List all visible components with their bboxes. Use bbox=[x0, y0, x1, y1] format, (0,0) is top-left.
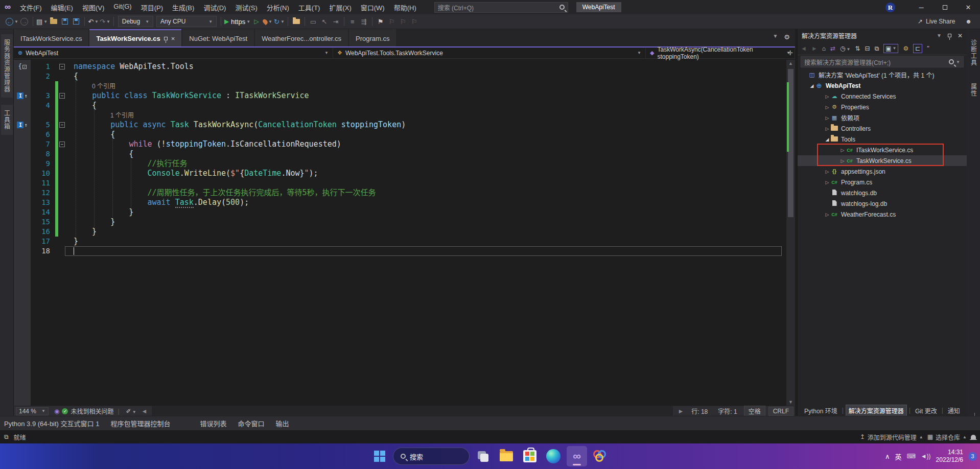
home-icon[interactable]: ⌂ bbox=[822, 45, 826, 52]
save-button[interactable] bbox=[60, 16, 70, 27]
scroll-down-icon[interactable]: ▼ bbox=[786, 400, 795, 405]
code-row[interactable]: 4 { bbox=[14, 101, 795, 110]
tree-item[interactable]: watchlogs-log.db bbox=[798, 198, 967, 209]
codelens-row[interactable]: 1 个引用 bbox=[14, 110, 795, 120]
menu-item[interactable]: 窗口(W) bbox=[356, 1, 389, 14]
horizontal-scrollbar[interactable] bbox=[152, 406, 673, 416]
tab-options-gear-icon[interactable]: ⚙ bbox=[784, 33, 790, 41]
tree-expander-icon[interactable]: ▷ bbox=[824, 212, 830, 217]
tree-item[interactable]: ▷C#TaskWorkService.cs bbox=[798, 155, 967, 166]
scroll-right-icon[interactable]: ► bbox=[678, 408, 684, 415]
show-all-files-toggle[interactable]: ▣▼ bbox=[883, 44, 898, 53]
keyboard-icon[interactable]: ⌨ bbox=[906, 453, 915, 460]
tree-item[interactable]: ▷C#ITaskWorkService.cs bbox=[798, 145, 967, 155]
tree-item[interactable]: ▷⚙Properties bbox=[798, 102, 967, 112]
tree-item[interactable]: watchlogs.db bbox=[798, 187, 967, 198]
tree-expander-icon[interactable]: ▷ bbox=[824, 169, 830, 174]
code-row[interactable]: 14 } bbox=[14, 207, 795, 217]
restart-button[interactable]: ↻▼ bbox=[274, 16, 285, 27]
task-view-button[interactable] bbox=[473, 446, 493, 466]
uncomment-button[interactable]: ⇶ bbox=[359, 16, 369, 27]
resharper-icon[interactable]: R bbox=[885, 3, 895, 12]
quick-search-input[interactable]: 搜索 (Ctrl+Q) bbox=[434, 2, 568, 13]
save-all-button[interactable] bbox=[71, 16, 81, 27]
editor-vertical-scrollbar[interactable]: ▲ ▼ bbox=[786, 60, 795, 406]
menu-item[interactable]: 视图(V) bbox=[78, 1, 109, 14]
taskbar-clock[interactable]: 14:31 2022/12/6 bbox=[936, 449, 963, 464]
navigate-cursor-button[interactable]: ↖ bbox=[319, 16, 330, 27]
menu-item[interactable]: 工具(T) bbox=[294, 1, 325, 14]
sync-with-active-document-icon[interactable]: ⇅ bbox=[855, 45, 860, 52]
tree-item[interactable]: ▷☁Connected Services bbox=[798, 91, 967, 102]
code-health-icon[interactable]: ◉ bbox=[54, 408, 59, 415]
side-tool-tab[interactable]: 服务器资源管理器 bbox=[1, 34, 13, 98]
hidden-icons-chevron[interactable]: ∧ bbox=[885, 453, 890, 460]
tree-item[interactable]: ▷▦依赖项 bbox=[798, 112, 967, 123]
tree-expander-icon[interactable]: ▷ bbox=[824, 105, 830, 110]
menu-item[interactable]: 生成(B) bbox=[168, 1, 199, 14]
fold-collapse-icon[interactable]: − bbox=[59, 142, 65, 147]
code-row[interactable]: 16 } bbox=[14, 227, 795, 237]
editor-tab[interactable]: TaskWorkService.cs× bbox=[89, 29, 181, 46]
scroll-up-icon[interactable]: ▲ bbox=[786, 61, 795, 66]
panel-close-icon[interactable]: ✕ bbox=[958, 32, 963, 39]
fold-collapse-icon[interactable]: − bbox=[59, 122, 65, 128]
editor-tab[interactable]: Program.cs bbox=[349, 29, 396, 46]
tree-expander-icon[interactable]: ◢ bbox=[809, 83, 815, 88]
tree-expander-icon[interactable]: ▷ bbox=[839, 148, 846, 153]
tab-overflow-dropdown[interactable]: ▼ bbox=[773, 33, 778, 41]
save-listing-button[interactable]: ▭ bbox=[308, 16, 318, 27]
panel-bottom-tab[interactable]: Git 更改 bbox=[913, 405, 940, 416]
menu-item[interactable]: 分析(N) bbox=[262, 1, 294, 14]
column-indicator[interactable]: 字符: 1 bbox=[718, 407, 737, 415]
codelens-references[interactable]: 0 个引用 bbox=[92, 83, 115, 90]
type-dropdown[interactable]: ❖ WebApiTest.Tools.TaskWorkService▼ bbox=[333, 48, 646, 58]
pending-changes-filter-icon[interactable]: ◷▼ bbox=[840, 45, 850, 52]
navigate-forward-button[interactable]: → bbox=[19, 16, 30, 27]
editor-tab[interactable]: ITaskWorkService.cs bbox=[14, 29, 88, 46]
panel-menu-dropdown[interactable]: ▼ bbox=[937, 33, 942, 38]
editor-tab[interactable]: WeatherForec...ontroller.cs bbox=[255, 29, 348, 46]
tree-expander-icon[interactable]: ◢ bbox=[824, 137, 830, 142]
pin-icon[interactable] bbox=[948, 34, 951, 37]
tree-item[interactable]: ◢Tools bbox=[798, 134, 967, 145]
notifications-bell-icon[interactable] bbox=[971, 435, 976, 439]
notification-count-badge[interactable]: 3 bbox=[968, 452, 977, 461]
tree-expander-icon[interactable]: ▷ bbox=[839, 158, 846, 163]
solution-explorer-header[interactable]: 解决方案资源管理器 ▼ ✕ bbox=[798, 29, 967, 42]
code-row[interactable]: 8 { bbox=[14, 149, 795, 159]
line-comment-button[interactable]: ≡ bbox=[347, 16, 358, 27]
tool-window-tab[interactable]: 程序包管理器控制台 bbox=[110, 418, 170, 428]
redo-button[interactable]: ↷▼ bbox=[100, 16, 110, 27]
menu-item[interactable]: 帮助(H) bbox=[389, 1, 421, 14]
file-explorer-button[interactable] bbox=[496, 446, 517, 466]
se-forward-icon[interactable]: ► bbox=[811, 45, 818, 52]
scroll-left-icon[interactable]: ◄ bbox=[142, 408, 148, 415]
indent-button[interactable]: ⇥ bbox=[331, 16, 341, 27]
solution-configuration-dropdown[interactable]: Debug▼ bbox=[118, 16, 153, 27]
code-row[interactable]: 6 { bbox=[14, 130, 795, 139]
tree-item[interactable]: ▷Controllers bbox=[798, 123, 967, 134]
tree-item[interactable]: ▷{}appsettings.json bbox=[798, 166, 967, 177]
maximize-button[interactable] bbox=[933, 0, 956, 14]
code-row[interactable]: 17} bbox=[14, 237, 795, 246]
taskbar-search[interactable]: 搜索 bbox=[393, 448, 470, 465]
member-dropdown[interactable]: ◆ TaskWorkAsync(CancellationToken stoppi… bbox=[646, 48, 795, 58]
codelens-row[interactable]: 0 个引用 bbox=[14, 81, 795, 91]
fold-collapse-icon[interactable]: − bbox=[59, 93, 65, 99]
tool-window-tab[interactable]: 错误列表 bbox=[200, 418, 226, 428]
line-indicator[interactable]: 行: 18 bbox=[691, 407, 708, 415]
zoom-dropdown[interactable]: 144 %▼ bbox=[16, 407, 49, 415]
menu-item[interactable]: Git(G) bbox=[109, 1, 136, 14]
prev-bookmark-button[interactable]: ⚐ bbox=[387, 16, 397, 27]
toggle-bookmark-button[interactable]: ⚑ bbox=[376, 16, 386, 27]
microsoft-store-button[interactable] bbox=[520, 446, 540, 466]
tree-expander-icon[interactable]: ▷ bbox=[824, 180, 830, 185]
menu-item[interactable]: 调试(D) bbox=[199, 1, 230, 14]
solution-platform-dropdown[interactable]: Any CPU▼ bbox=[156, 16, 217, 27]
menu-item[interactable]: 扩展(X) bbox=[324, 1, 356, 14]
start-button[interactable] bbox=[369, 446, 390, 466]
next-bookmark-button[interactable]: ⚐ bbox=[398, 16, 408, 27]
codelens-references[interactable]: 1 个引用 bbox=[110, 112, 134, 119]
tree-item[interactable]: ◫解决方案 'WebApiTest' (1 个项目，共 1 个) bbox=[798, 69, 967, 80]
